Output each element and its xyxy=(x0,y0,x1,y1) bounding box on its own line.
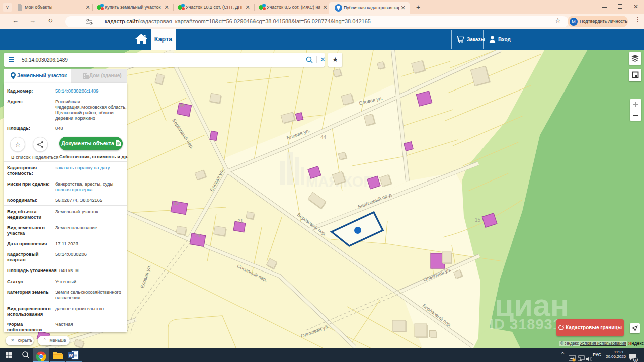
svg-text:4: 4 xyxy=(634,358,636,362)
svg-text:44: 44 xyxy=(320,135,327,140)
svg-text:W: W xyxy=(69,353,73,358)
svg-text:15: 15 xyxy=(475,217,481,223)
svg-text:83: 83 xyxy=(174,201,179,206)
svg-text:85: 85 xyxy=(180,103,185,108)
svg-text:23: 23 xyxy=(195,233,200,238)
svg-text:21: 21 xyxy=(237,219,244,224)
